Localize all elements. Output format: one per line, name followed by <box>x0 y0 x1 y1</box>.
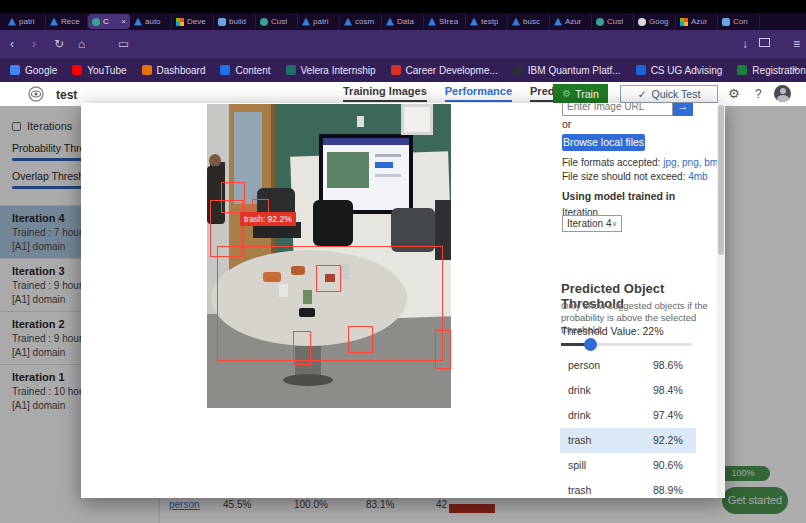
bookmark-favicon <box>636 65 646 75</box>
tab-label: build <box>229 17 246 26</box>
bookmark-item[interactable]: YouTube <box>72 65 126 76</box>
train-button[interactable]: ⚙ Train <box>553 84 608 103</box>
detection-box <box>316 265 341 292</box>
menu-icon[interactable]: ≡ <box>793 36 800 52</box>
bookmark-item[interactable]: Google <box>10 65 57 76</box>
bookmark-item[interactable]: CS UG Advising <box>636 65 723 76</box>
bookmark-label: CS UG Advising <box>651 65 723 76</box>
settings-gear-icon[interactable]: ⚙ <box>728 86 740 101</box>
tab-favicon <box>50 18 58 26</box>
bookmark-label: Google <box>25 65 57 76</box>
help-icon[interactable]: ? <box>755 87 762 101</box>
bookmark-favicon <box>10 65 20 75</box>
prediction-probability: 97.4% <box>653 409 683 421</box>
browser-tab[interactable]: testp <box>466 14 508 29</box>
bookmark-item[interactable]: Dashboard <box>142 65 206 76</box>
bookmark-icon[interactable]: ▭ <box>118 36 129 52</box>
custom-vision-logo[interactable] <box>28 86 44 102</box>
quick-test-label: Quick Test <box>651 88 700 100</box>
forward-icon[interactable]: › <box>32 36 36 52</box>
tab-favicon <box>554 18 562 26</box>
browser-tab[interactable]: Deve <box>172 14 214 29</box>
tab-performance[interactable]: Performance <box>445 85 512 102</box>
home-icon[interactable]: ⌂ <box>78 36 85 52</box>
prediction-tag: trash <box>568 434 591 446</box>
tab-favicon <box>428 18 436 26</box>
prediction-row[interactable]: spill90.6% <box>560 453 696 478</box>
prediction-row[interactable]: drink98.4% <box>560 378 696 403</box>
modal-scrollbar-thumb[interactable] <box>718 105 724 255</box>
iteration-select[interactable]: Iteration 4 ∨ <box>562 215 622 232</box>
prediction-row[interactable]: person98.6% <box>560 353 696 378</box>
browser-tab[interactable]: Strea <box>424 14 466 29</box>
tab-close-icon[interactable]: × <box>121 17 126 26</box>
browser-tab[interactable]: patri <box>298 14 340 29</box>
bookmark-favicon <box>737 65 747 75</box>
browser-tab[interactable]: cosm <box>340 14 382 29</box>
browser-tab-active[interactable]: C× <box>88 14 130 29</box>
file-formats-line: File formats accepted: jpg, png, bmp <box>562 157 724 168</box>
tab-favicon <box>8 18 16 26</box>
bookmark-label: YouTube <box>87 65 126 76</box>
bookmark-item[interactable]: Content <box>220 65 270 76</box>
prediction-probability: 88.9% <box>653 484 683 496</box>
download-icon[interactable]: ↓ <box>742 36 748 52</box>
bookmark-favicon <box>391 65 401 75</box>
browser-nav-bar: ‹ › ↻ ⌂ ▭ ⚙ customvision.ai /projects/c8… <box>0 30 806 58</box>
sidebar-toggle-icon[interactable] <box>759 38 770 47</box>
browser-tab[interactable]: auto <box>130 14 172 29</box>
browser-tab[interactable]: Data <box>382 14 424 29</box>
browser-tab[interactable]: busc <box>508 14 550 29</box>
tab-training-images[interactable]: Training Images <box>343 85 427 102</box>
browser-tab[interactable]: Con <box>718 14 760 29</box>
size-value: 4mb <box>688 171 707 182</box>
browser-tab[interactable]: Azur <box>550 14 592 29</box>
url-submit-button[interactable]: → <box>673 103 693 116</box>
image-url-input[interactable] <box>562 103 673 116</box>
browser-tab[interactable]: Rece <box>46 14 88 29</box>
prediction-row[interactable]: trash88.9% <box>560 478 696 498</box>
bookmarks-overflow-icon[interactable]: » <box>792 62 798 74</box>
project-title: test <box>56 88 77 102</box>
prediction-probability: 98.6% <box>653 359 683 371</box>
tab-label: Strea <box>439 17 458 26</box>
browser-tab[interactable]: patri <box>4 14 46 29</box>
bookmark-favicon <box>142 65 152 75</box>
detection-box <box>293 331 311 365</box>
browser-tab[interactable]: Cust <box>592 14 634 29</box>
browser-tab[interactable]: Cust <box>256 14 298 29</box>
tab-label: Deve <box>187 17 206 26</box>
quick-test-button[interactable]: ✓ Quick Test <box>620 85 718 103</box>
detection-box <box>348 326 373 353</box>
tab-favicon <box>680 18 688 26</box>
browser-tab[interactable]: Goog <box>634 14 676 29</box>
refresh-icon[interactable]: ↻ <box>54 36 64 52</box>
bookmark-item[interactable]: Career Developme... <box>391 65 498 76</box>
bookmark-favicon <box>286 65 296 75</box>
tab-label: Azur <box>691 17 707 26</box>
bookmark-item[interactable]: Velera Internship <box>286 65 376 76</box>
threshold-value-label: Threshold Value: 22% <box>561 325 664 337</box>
bookmark-favicon <box>513 65 523 75</box>
browse-local-files-button[interactable]: Browse local files <box>562 134 645 151</box>
prediction-row[interactable]: drink97.4% <box>560 403 696 428</box>
threshold-slider[interactable] <box>561 338 692 351</box>
tab-label: cosm <box>355 17 374 26</box>
bookmark-label: Velera Internship <box>301 65 376 76</box>
tab-favicon <box>344 18 352 26</box>
iteration-select-value: Iteration 4 <box>567 218 611 229</box>
browser-tab[interactable]: build <box>214 14 256 29</box>
test-image-preview: trash: 92.2% <box>207 104 451 408</box>
tab-label: testp <box>481 17 498 26</box>
quick-test-modal: trash: 92.2% → or Browse local files Fil… <box>81 103 725 498</box>
bookmark-favicon <box>220 65 230 75</box>
bookmark-label: Content <box>235 65 270 76</box>
user-avatar[interactable] <box>774 85 791 102</box>
prediction-row[interactable]: trash92.2% <box>560 428 696 453</box>
train-label: Train <box>575 88 599 100</box>
bookmark-item[interactable]: IBM Quantum Platf... <box>513 65 621 76</box>
detection-boxes-layer <box>207 104 451 408</box>
train-gear-icon: ⚙ <box>562 88 571 99</box>
browser-tab[interactable]: Azur <box>676 14 718 29</box>
back-icon[interactable]: ‹ <box>10 36 14 52</box>
